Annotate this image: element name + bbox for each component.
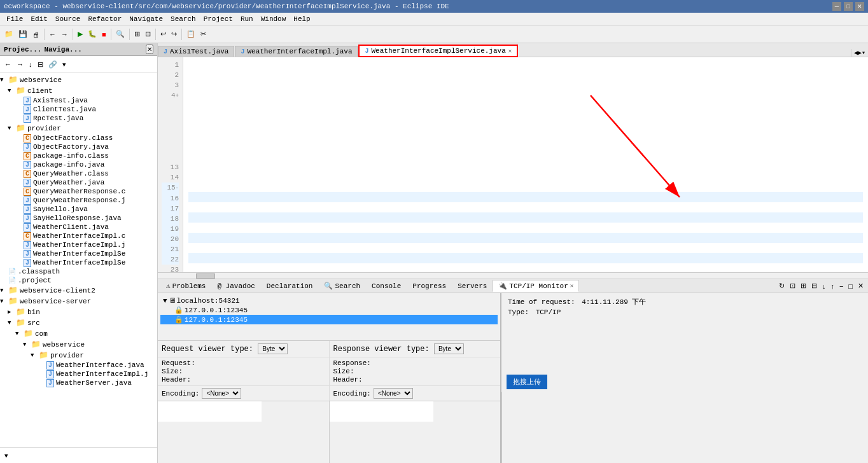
tab-progress[interactable]: Progress: [407, 280, 452, 292]
menu-item-window[interactable]: Window: [257, 15, 290, 24]
menu-item-search[interactable]: Search: [167, 15, 200, 24]
bottom-action-1[interactable]: ⊡: [788, 279, 797, 293]
tree-item-WeatherInterfaceImpl2[interactable]: JWeatherInterfaceImpl.j: [0, 370, 157, 378]
tree-item-classpath[interactable]: 📄.classpath: [0, 267, 157, 276]
bottom-action-2[interactable]: ⊞: [799, 279, 808, 293]
tab-weatherimpl[interactable]: J WeatherInterfaceImpl.java: [235, 46, 358, 57]
tab-declaration[interactable]: Declaration: [261, 280, 319, 292]
toolbar-btn-8[interactable]: ↪: [169, 27, 179, 41]
bottom-action-maximize[interactable]: □: [846, 279, 855, 293]
tree-item-com[interactable]: ▼📁com: [0, 328, 157, 339]
res-viewer-select[interactable]: Byte: [434, 343, 464, 354]
bottom-action-minimize[interactable]: −: [837, 279, 845, 293]
tree-item-provider[interactable]: ▼📁provider: [0, 123, 157, 134]
menu-item-source[interactable]: Source: [52, 15, 85, 24]
tcp-tree-conn2[interactable]: 🔒 127.0.0.1:12345: [160, 315, 498, 324]
toolbar-btn-debug[interactable]: 🐛: [86, 27, 99, 41]
tree-item-QueryWeatherResponseJ[interactable]: JQueryWeatherResponse.j: [0, 196, 157, 205]
bottom-action-3[interactable]: ⊟: [809, 279, 819, 293]
tcp-tree-conn1[interactable]: 🔒 127.0.0.1:12345: [160, 305, 498, 315]
req-encoding-select[interactable]: <None>: [202, 388, 241, 399]
bottom-action-close[interactable]: ✕: [856, 279, 865, 293]
tree-item-QueryWeatherJava[interactable]: JQueryWeather.java: [0, 178, 157, 187]
tree-item-RpcTest[interactable]: JRpcTest.java: [0, 114, 157, 123]
tree-item-webserviceClient2[interactable]: ▼📁webservice-client2: [0, 285, 157, 296]
tree-item-webservice2[interactable]: ▼📁webservice: [0, 339, 157, 350]
toolbar-btn-3[interactable]: 🖨: [31, 27, 41, 41]
res-textarea[interactable]: [330, 401, 433, 422]
toolbar-btn-forward[interactable]: →: [59, 27, 70, 41]
toolbar-btn-1[interactable]: 📁: [3, 27, 15, 41]
bottom-action-up[interactable]: ↑: [829, 279, 836, 293]
tree-item-WeatherInterfaceImplJ[interactable]: JWeatherInterfaceImpl.j: [0, 240, 157, 249]
tree-item-packageInfoClass[interactable]: Cpackage-info.class: [0, 151, 157, 160]
tab-console[interactable]: Console: [366, 280, 407, 292]
tree-item-WeatherInterface[interactable]: JWeatherInterface.java: [0, 361, 157, 370]
tab-javadoc[interactable]: @ Javadoc: [211, 280, 260, 292]
menu-item-file[interactable]: File: [3, 15, 27, 24]
tree-item-WeatherClient[interactable]: JWeatherClient.java: [0, 223, 157, 232]
tab-problems[interactable]: ⚠ Problems: [160, 280, 211, 292]
menu-item-refactor[interactable]: Refactor: [84, 15, 125, 24]
nav-back-btn[interactable]: ←: [3, 57, 13, 71]
tree-item-project[interactable]: 📄.project: [0, 276, 157, 285]
tree-item-ClientTest[interactable]: JClientTest.java: [0, 105, 157, 114]
nav-link-btn[interactable]: 🔗: [46, 57, 59, 71]
tcp-tree-server[interactable]: ▼ 🖥 localhost:54321: [160, 296, 498, 305]
res-inner-scroll[interactable]: [330, 401, 501, 463]
toolbar-btn-7[interactable]: ↩: [158, 27, 168, 41]
panel-tab-project[interactable]: Projec...: [4, 46, 41, 53]
tree-item-QueryWeatherClass[interactable]: CQueryWeather.class: [0, 169, 157, 178]
toolbar-btn-9[interactable]: 📋: [185, 27, 197, 41]
tree-item-packageInfoJava[interactable]: Jpackage-info.java: [0, 160, 157, 169]
toolbar-btn-2[interactable]: 💾: [17, 27, 29, 41]
menu-item-help[interactable]: Help: [290, 15, 314, 24]
toolbar-btn-stop[interactable]: ■: [100, 27, 108, 41]
toolbar-btn-run[interactable]: ▶: [76, 27, 85, 41]
minimize-btn[interactable]: ─: [832, 2, 841, 11]
tree-item-provider2[interactable]: ▼📁provider: [0, 350, 157, 361]
toolbar-btn-10[interactable]: ✂: [199, 27, 208, 41]
req-viewer-select[interactable]: Byte: [258, 343, 288, 354]
tab-weatherimplservice[interactable]: J WeatherInterfaceImplService.java ✕: [358, 45, 518, 57]
editor-tab-scroll[interactable]: ◀ ▶ ▾: [851, 49, 868, 57]
close-btn[interactable]: ✕: [855, 2, 864, 11]
tree-item-AxisTest[interactable]: JAxisTest.java: [0, 96, 157, 105]
tree-item-webservice[interactable]: ▼📁webservice: [0, 74, 157, 85]
bottom-action-down[interactable]: ↓: [820, 279, 828, 293]
maximize-btn[interactable]: □: [844, 2, 853, 11]
tab-tcpip[interactable]: 🔌 TCP/IP Monitor ✕: [493, 280, 579, 292]
tree-item-ObjectFactoryClass[interactable]: CObjectFactory.class: [0, 134, 157, 142]
panel-bottom-btn[interactable]: ▾: [3, 448, 10, 462]
menu-item-project[interactable]: Project: [200, 15, 237, 24]
panel-tab-nav[interactable]: Naviga...: [44, 46, 81, 53]
req-inner-scroll[interactable]: [158, 401, 329, 463]
tree-item-src[interactable]: ▼📁src: [0, 317, 157, 328]
upload-btn[interactable]: 抱搜上传: [507, 375, 547, 389]
tree-item-WeatherInterfaceImplS1[interactable]: JWeatherInterfaceImplSe: [0, 249, 157, 258]
tab-servers[interactable]: Servers: [452, 280, 493, 292]
nav-down-btn[interactable]: ↓: [27, 57, 34, 71]
nav-forward-btn[interactable]: →: [15, 57, 25, 71]
tab-search[interactable]: 🔍 Search: [318, 280, 366, 292]
tree-item-SayHello[interactable]: JSayHello.java: [0, 205, 157, 214]
tab-tcpip-close[interactable]: ✕: [570, 282, 573, 289]
nav-collapse-btn[interactable]: ⊟: [36, 57, 45, 71]
nav-menu-btn[interactable]: ▾: [60, 57, 68, 71]
tab-close-btn[interactable]: ✕: [508, 48, 512, 55]
tree-item-client[interactable]: ▼📁client: [0, 85, 157, 96]
toolbar-btn-back[interactable]: ←: [47, 27, 58, 41]
code-content[interactable]: rvice", targetNamespace = "http://provid…: [183, 57, 868, 272]
tcp-right-vscroll[interactable]: [501, 392, 508, 463]
tree-item-webserviceServer[interactable]: ▼📁webservice-server: [0, 296, 157, 307]
tree-item-WeatherInterfaceImplC[interactable]: CWeatherInterfaceImpl.c: [0, 232, 157, 240]
req-textarea[interactable]: [158, 401, 262, 422]
tree-item-SayHelloResponse[interactable]: JSayHelloResponse.java: [0, 214, 157, 223]
menu-item-edit[interactable]: Edit: [27, 15, 51, 24]
tree-item-ObjectFactoryJava[interactable]: JObjectFactory.java: [0, 142, 157, 151]
editor-hscrollbar[interactable]: [158, 272, 868, 279]
tree-item-QueryWeatherResponseC[interactable]: CQueryWeatherResponse.c: [0, 187, 157, 196]
panel-close-btn[interactable]: ✕: [146, 45, 153, 54]
menu-item-run[interactable]: Run: [237, 15, 257, 24]
tree-item-bin[interactable]: ▶📁bin: [0, 307, 157, 317]
